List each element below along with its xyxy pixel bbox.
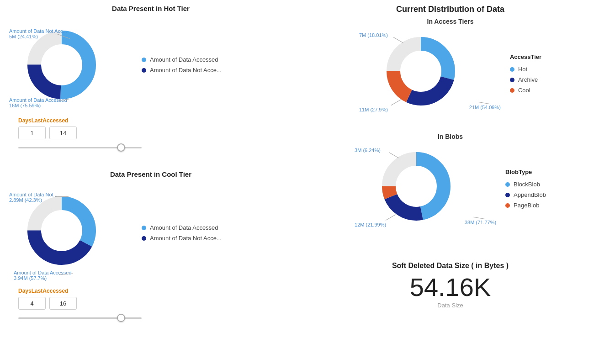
cool-legend-not-accessed: Amount of Data Not Acce...: [142, 235, 222, 242]
blobs-donut-svg: [377, 148, 455, 225]
hot-tier-slider-track: [18, 147, 142, 148]
blobs-section: In Blobs 3M (6.24%): [311, 133, 590, 239]
access-tiers-donut-svg: [382, 32, 460, 110]
access-tiers-subtitle: In Access Tiers: [311, 18, 590, 25]
blobs-connector-block: [473, 217, 485, 219]
hot-accessed-label: Amount of Data Accessed 16M (75.59%): [9, 97, 67, 108]
blobs-appendblob-label: 12M (21.99%): [355, 222, 386, 227]
cool-tier-slider-max-input[interactable]: [49, 297, 77, 310]
blobs-legend-pageblob-dot: [505, 203, 510, 208]
blobs-legend-pageblob: PageBlob: [505, 202, 546, 209]
hot-tier-slider-section: DaysLastAccessed: [18, 117, 292, 152]
soft-deleted-section: Soft Deleted Data Size ( in Bytes ) 54.1…: [311, 257, 590, 313]
hot-legend-not-accessed: Amount of Data Not Acce...: [142, 67, 222, 74]
hot-tier-slider-inputs: [18, 127, 292, 139]
cool-connector-1: [55, 196, 69, 197]
cool-tier-slider-track-container: [18, 313, 142, 322]
cool-tier-legend: Amount of Data Accessed Amount of Data N…: [142, 224, 222, 242]
hot-tier-section: Data Present in Hot Tier Amount of Data …: [9, 5, 292, 152]
blobs-pageblob-label: 3M (6.24%): [355, 148, 381, 153]
cool-tier-donut-row: Amount of Data Not... 2.89M (42.3%) Amou…: [9, 183, 292, 283]
cool-tier-section: Data Present in Cool Tier Amount of Data…: [9, 170, 292, 322]
blobs-donut-row: 3M (6.24%) 12M (21.99%) 38M (71.77%) Blo…: [311, 143, 590, 234]
hot-tier-slider-track-container: [18, 143, 142, 152]
cool-tier-slider-section: DaysLastAccessed: [18, 288, 292, 322]
cool-accessed-label: Amount of Data Accessed 3.94M (57.7%): [14, 270, 72, 281]
hot-tier-donut-row: Amount of Data Not Acc... 5M (24.41%) Am…: [9, 17, 292, 113]
cool-tier-slider-inputs: [18, 297, 292, 310]
right-panel: Current Distribution of Data In Access T…: [302, 0, 599, 364]
cool-legend-accessed-dot: [142, 226, 146, 230]
access-legend-hot: Hot: [510, 66, 541, 73]
access-tiers-donut-row: 7M (18.01%) 11M (27.9%) 21M (54.09%) Acc: [311, 28, 590, 119]
soft-deleted-subtitle: Data Size: [315, 302, 585, 309]
blobs-legend: BlobType BlockBlob AppendBlob PageBlob: [505, 169, 546, 209]
cool-not-accessed-label: Amount of Data Not... 2.89M (42.3%): [9, 192, 58, 203]
blobs-blockblob-label: 38M (71.77%): [465, 220, 496, 225]
cool-tier-slider-label: DaysLastAccessed: [18, 288, 292, 294]
access-archive-label: 11M (27.9%): [359, 107, 388, 112]
main-container: Data Present in Hot Tier Amount of Data …: [0, 0, 599, 364]
soft-deleted-title: Soft Deleted Data Size ( in Bytes ): [315, 262, 585, 270]
access-connector-hot: [478, 102, 489, 104]
hot-tier-slider-label: DaysLastAccessed: [18, 117, 292, 124]
hot-tier-slider-max-input[interactable]: [49, 127, 77, 139]
cool-tier-slider-thumb[interactable]: [117, 314, 125, 322]
blobs-legend-appendblob: AppendBlob: [505, 191, 546, 198]
access-tiers-section: In Access Tiers 7M (18.01%): [311, 18, 590, 124]
cool-tier-title: Data Present in Cool Tier: [9, 170, 292, 178]
access-legend-archive-dot: [510, 78, 514, 82]
cool-tier-donut-svg: [23, 192, 101, 269]
hot-legend-accessed: Amount of Data Accessed: [142, 56, 222, 63]
soft-deleted-value: 54.16K: [315, 274, 585, 300]
right-main-title: Current Distribution of Data: [311, 5, 590, 14]
access-legend-hot-dot: [510, 67, 514, 72]
left-panel: Data Present in Hot Tier Amount of Data …: [0, 0, 302, 364]
cool-tier-slider-track: [18, 317, 142, 319]
blobs-legend-blockblob: BlockBlob: [505, 181, 546, 188]
access-legend-title: AccessTier: [510, 53, 541, 60]
access-legend-cool-dot: [510, 88, 514, 93]
hot-tier-slider-thumb[interactable]: [117, 143, 125, 152]
access-cool-label: 7M (18.01%): [359, 32, 388, 38]
blobs-legend-blockblob-dot: [505, 182, 510, 187]
cool-legend-not-accessed-dot: [142, 236, 146, 241]
cool-tier-slider-min-input[interactable]: [18, 297, 46, 310]
hot-tier-title: Data Present in Hot Tier: [9, 5, 292, 12]
access-hot-label: 21M (54.09%): [469, 105, 501, 110]
access-legend-archive: Archive: [510, 76, 541, 83]
hot-legend-accessed-dot: [142, 58, 146, 62]
hot-tier-legend: Amount of Data Accessed Amount of Data N…: [142, 56, 222, 74]
cool-legend-accessed: Amount of Data Accessed: [142, 224, 222, 231]
hot-legend-not-accessed-dot: [142, 68, 146, 73]
blobs-legend-appendblob-dot: [505, 193, 510, 197]
hot-tier-slider-min-input[interactable]: [18, 127, 46, 139]
blobs-subtitle: In Blobs: [311, 133, 590, 140]
blobs-legend-title: BlobType: [505, 169, 546, 175]
access-tiers-legend: AccessTier Hot Archive Cool: [510, 53, 541, 94]
access-legend-cool: Cool: [510, 87, 541, 94]
